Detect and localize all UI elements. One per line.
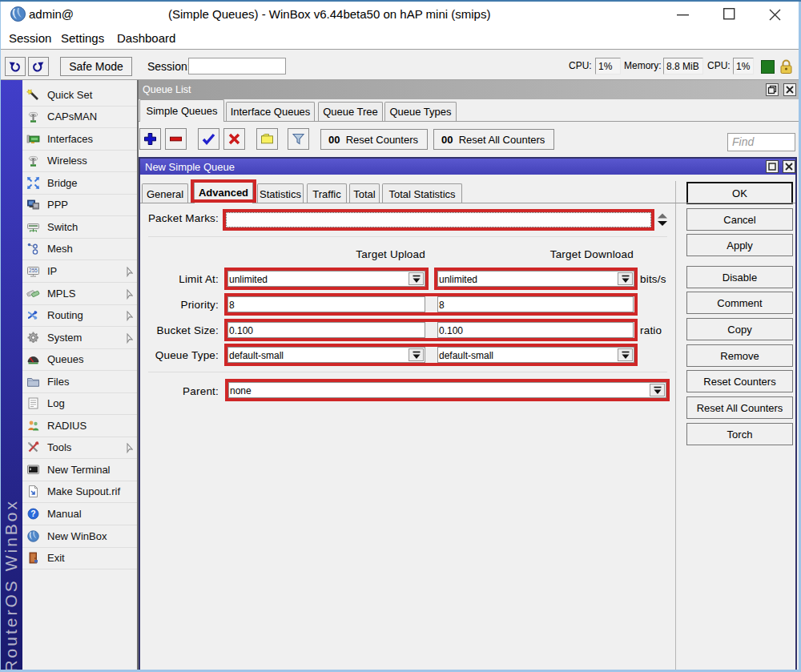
svg-text:255: 255 [29,268,38,273]
svg-text:?: ? [30,509,35,518]
